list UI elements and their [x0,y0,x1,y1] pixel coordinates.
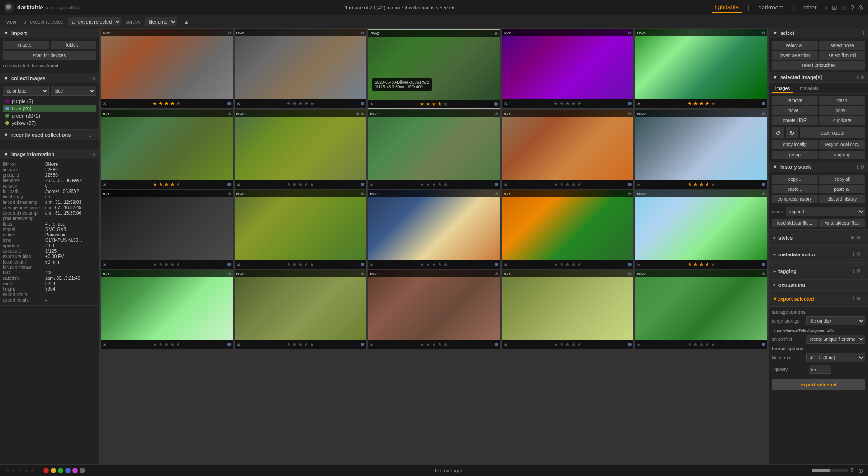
help-icon[interactable]: ? [850,4,854,11]
export-header[interactable]: ▼ export selected ℹ ⚙ [769,290,868,307]
history-paste-all-btn[interactable]: paste all [819,185,865,193]
collect-type-select[interactable]: color label [3,86,49,96]
photo-star-20-3[interactable]: ★ [699,341,704,348]
photo-star-10-4[interactable]: ★ [705,181,710,188]
photo-remove-btn-2[interactable]: ✕ [236,101,240,106]
photo-remove-btn-18[interactable]: ✕ [370,342,373,347]
grid-icon[interactable]: ⊞ [832,4,837,11]
photo-remove-btn-6[interactable]: ✕ [103,182,106,187]
photo-star-4-3[interactable]: ★ [565,100,570,107]
photo-reject-icon-4[interactable]: ⊗ [628,30,632,35]
photo-star-13-5[interactable]: ★ [443,261,448,268]
folder-import-btn[interactable]: folder... [51,41,97,49]
filter-select[interactable]: all except rejected [68,17,121,26]
photo-star-17-5[interactable]: ★ [310,341,315,348]
photo-reject-icon-3[interactable]: ⊗ [494,31,498,36]
settings-icon[interactable]: ⚙ [858,4,863,11]
status-star-2[interactable]: ☆ [11,467,16,474]
photo-star-2-1[interactable]: ★ [286,100,291,107]
history-info-icon[interactable]: ℹ [857,165,859,170]
mode-select[interactable]: append [786,207,865,216]
photo-cell-7[interactable]: RW2⊕⊗✕★★★★★ [234,110,367,189]
photo-star-11-1[interactable]: ★ [152,261,157,268]
status-star-5[interactable]: ☆ [30,467,35,474]
target-storage-select[interactable]: file on disk [806,316,865,325]
photo-star-1-5[interactable]: ★ [176,100,181,107]
trash-btn[interactable]: trash [819,96,865,105]
photo-star-6-4[interactable]: ★ [170,181,175,188]
photo-reject-icon-10[interactable]: ⊗ [762,111,765,116]
photo-star-16-4[interactable]: ★ [170,341,175,348]
photo-star-10-3[interactable]: ★ [699,181,704,188]
nav-chevron[interactable]: › [826,5,828,10]
duplicate-btn[interactable]: duplicate [819,116,865,125]
zoom-in-icon[interactable]: ⊕ [858,467,863,474]
photo-remove-btn-7[interactable]: ✕ [236,182,240,187]
photo-star-16-5[interactable]: ★ [176,341,181,348]
photo-reject-icon-2[interactable]: ⊗ [361,30,364,35]
collect-info-icon[interactable]: ℹ [89,76,91,81]
status-star-4[interactable]: ☆ [24,467,29,474]
photo-reject-icon-17[interactable]: ⊗ [361,271,364,276]
photo-cell-10[interactable]: RW2⊗✕★★★★★ [635,110,768,189]
photo-cell-15[interactable]: RW2⊗✕★★★★★ [635,190,768,269]
photo-cell-5[interactable]: RW2⊗✕★★★★★ [635,29,768,109]
photo-remove-btn-20[interactable]: ✕ [637,342,641,347]
nav-lighttable[interactable]: lighttable [712,2,742,13]
photo-star-11-4[interactable]: ★ [170,261,175,268]
export-selected-btn[interactable]: export selected [772,379,865,390]
photo-star-17-4[interactable]: ★ [304,341,309,348]
photo-cell-12[interactable]: RW2⊗✕★★★★★ [234,190,367,269]
quality-input[interactable] [809,365,831,374]
photo-remove-btn-13[interactable]: ✕ [370,262,373,267]
photo-reject-icon-20[interactable]: ⊗ [762,271,765,276]
photo-cell-16[interactable]: RW2⊗✕★★★★★ [100,270,233,349]
photo-star-7-2[interactable]: ★ [292,181,297,188]
photo-star-14-3[interactable]: ★ [565,261,570,268]
photo-remove-btn-4[interactable]: ✕ [504,101,507,106]
photo-star-5-4[interactable]: ★ [705,100,710,107]
photo-star-20-4[interactable]: ★ [705,341,710,348]
photo-remove-btn-17[interactable]: ✕ [236,342,240,347]
photo-star-9-2[interactable]: ★ [559,181,564,188]
photo-star-8-4[interactable]: ★ [437,181,442,188]
photo-star-9-5[interactable]: ★ [577,181,582,188]
photo-reject-icon-8[interactable]: ⊗ [495,111,498,116]
tab-images[interactable]: images [772,85,793,93]
status-dot-gray[interactable] [80,468,85,473]
photo-remove-btn-15[interactable]: ✕ [637,262,641,267]
photo-remove-btn-14[interactable]: ✕ [504,262,507,267]
photo-star-15-4[interactable]: ★ [705,261,710,268]
photo-star-12-1[interactable]: ★ [286,261,291,268]
ungroup-btn[interactable]: ungroup [819,151,865,159]
photo-star-3-4[interactable]: ★ [437,101,442,107]
scan-devices-btn[interactable]: scan for devices [3,51,96,60]
photo-star-15-2[interactable]: ★ [693,261,698,268]
photo-star-14-2[interactable]: ★ [559,261,564,268]
photo-star-18-3[interactable]: ★ [431,341,436,348]
photo-star-20-1[interactable]: ★ [687,341,692,348]
photo-reject-icon-6[interactable]: ⊗ [227,111,231,116]
select-untouched-btn[interactable]: select untouched [772,61,865,70]
photo-remove-btn-11[interactable]: ✕ [103,262,106,267]
collect-header[interactable]: ▼ collect images ℹ ≡ [0,73,99,83]
photo-remove-btn-10[interactable]: ✕ [637,182,641,187]
photo-star-11-5[interactable]: ★ [176,261,181,268]
photo-star-13-3[interactable]: ★ [431,261,436,268]
photo-star-18-2[interactable]: ★ [425,341,430,348]
photo-remove-btn-5[interactable]: ✕ [637,101,641,106]
photo-star-7-4[interactable]: ★ [304,181,309,188]
photo-cell-20[interactable]: RW2⊗✕★★★★★ [635,270,768,349]
photo-star-15-3[interactable]: ★ [699,261,704,268]
metadata-info-icon[interactable]: ℹ [853,251,854,257]
photo-star-4-5[interactable]: ★ [577,100,582,107]
photo-reject-icon-14[interactable]: ⊗ [628,191,632,196]
photo-star-11-3[interactable]: ★ [164,261,169,268]
photo-star-3-3[interactable]: ★ [431,101,436,107]
status-dot-green[interactable] [58,468,63,473]
photo-star-13-1[interactable]: ★ [420,261,425,268]
photo-remove-btn-1[interactable]: ✕ [103,101,106,106]
photo-star-19-2[interactable]: ★ [559,341,564,348]
photo-star-2-2[interactable]: ★ [292,100,297,107]
photo-star-9-3[interactable]: ★ [565,181,570,188]
